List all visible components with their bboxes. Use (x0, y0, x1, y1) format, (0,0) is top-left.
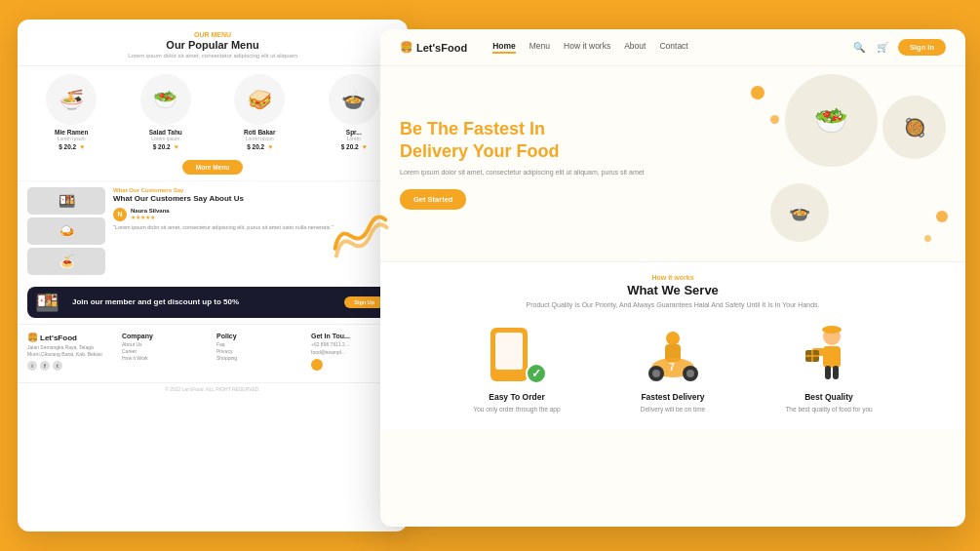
how-it-works-label: How it works (400, 274, 946, 281)
svg-rect-17 (833, 366, 839, 379)
signin-button[interactable]: Sign In (898, 39, 946, 56)
food-name-1: Salad Tahu (122, 129, 211, 136)
how-item-delivery: 7 Fastest Delivery Delivery will be on t… (605, 323, 741, 413)
how-items-list: ✓ Easy To Order You only order through t… (400, 323, 946, 413)
reviewer-info: Naura Silvana ★★★★★ (131, 208, 170, 220)
footer-company-title: Company (122, 333, 209, 339)
nav-link-about[interactable]: About (624, 41, 646, 54)
food-grid: 🍜 Mie Ramen Lorem ipsum $ 20.2 ♥ 🥗 Salad… (18, 66, 408, 158)
food-name-0: Mie Ramen (27, 129, 116, 136)
hero-title-highlight: Food (516, 141, 559, 161)
food-image-2: 🥪 (234, 74, 285, 125)
how-item-order: ✓ Easy To Order You only order through t… (449, 323, 585, 413)
logo-text: Let'sFood (416, 42, 467, 54)
hero-title-line2: Delivery Your (400, 141, 516, 161)
delivery-icon: 7 (642, 323, 705, 386)
testimonial-label: What Our Customers Say (113, 187, 398, 193)
member-signup-button[interactable]: Sign Up (344, 296, 384, 308)
footer-circle-deco (311, 359, 323, 371)
order-icon: ✓ (486, 323, 549, 386)
reviewer-avatar: N (113, 208, 127, 221)
svg-point-6 (686, 370, 694, 377)
cart-icon[interactable]: 🛒 (875, 40, 890, 56)
member-banner: 🍱 Join our member and get discount up to… (27, 287, 398, 318)
footer-link-about[interactable]: About Us (122, 341, 209, 347)
food-price-2: $ 20.2 (247, 143, 264, 150)
delivery-title: Fastest Delivery (605, 392, 741, 402)
hero-title: Be The Fastest In Delivery Your Food (400, 118, 946, 162)
footer-address: Jalan Semangka Raya, Telaga Murni,Cikara… (27, 344, 114, 358)
heart-icon-0[interactable]: ♥ (80, 143, 84, 150)
footer-link-how[interactable]: How it Work (122, 355, 209, 361)
heart-icon-2[interactable]: ♥ (268, 143, 272, 150)
quality-description: The best quality of food for you (761, 405, 897, 413)
social-facebook-icon[interactable]: f (40, 361, 50, 371)
how-item-quality: Best Quality The best quality of food fo… (761, 323, 897, 413)
social-twitter-icon[interactable]: t (53, 361, 62, 371)
food-price-1: $ 20.2 (153, 143, 171, 150)
food-image-1: 🥗 (140, 74, 191, 125)
quality-person-svg (798, 323, 861, 386)
get-started-button[interactable]: Get Started (400, 189, 466, 210)
left-card: Our menu Our Popular Menu Lorem ipsum do… (18, 20, 408, 531)
logo-emoji: 🍔 (400, 41, 413, 54)
food-price-row-0: $ 20.2 ♥ (27, 143, 116, 150)
social-instagram-icon[interactable]: i (27, 361, 37, 371)
deco-circle-1 (751, 86, 764, 99)
hero-text: Be The Fastest In Delivery Your Food Lor… (400, 118, 946, 210)
food-image-0: 🍜 (46, 74, 97, 125)
order-description: You only order through the app (449, 405, 585, 413)
search-icon[interactable]: 🔍 (851, 40, 867, 56)
testimonial-title: What Our Customers Say About Us (113, 194, 398, 204)
how-it-works-section: How it works What We Serve Product Quali… (380, 261, 965, 429)
right-card-nav: 🍔 Let'sFood Home Menu How it works About… (380, 29, 965, 66)
deco-circle-4 (924, 235, 931, 242)
nav-link-how[interactable]: How it works (564, 41, 610, 54)
quality-icon (798, 323, 861, 386)
left-card-title: Our Popular Menu (27, 39, 398, 51)
phone-icon (490, 328, 528, 381)
heart-icon-3[interactable]: ♥ (363, 143, 367, 150)
footer-col-company: Company About Us Career How it Work (122, 333, 209, 374)
check-circle-icon: ✓ (526, 363, 547, 384)
quality-title: Best Quality (761, 392, 897, 402)
heart-icon-1[interactable]: ♥ (175, 143, 178, 150)
deco-circle-3 (936, 211, 948, 222)
nav-link-contact[interactable]: Contact (659, 41, 687, 54)
food-subtitle-1: Lorem ipsum (122, 136, 211, 141)
left-card-subtitle: Lorem ipsum dolor sit amet, consectetur … (27, 52, 398, 59)
food-price-row-2: $ 20.2 ♥ (216, 143, 304, 150)
footer-logo-text: Let'sFood (40, 334, 77, 342)
svg-rect-10 (827, 327, 837, 332)
footer-policy-links: Faq Privacy Shopping (216, 341, 303, 361)
testimonial-image-1: 🍱 (27, 187, 105, 215)
footer-company-links: About Us Career How it Work (122, 341, 209, 361)
left-card-header: Our menu Our Popular Menu Lorem ipsum do… (18, 20, 408, 66)
food-item-0: 🍜 Mie Ramen Lorem ipsum $ 20.2 ♥ (27, 74, 116, 150)
svg-rect-16 (825, 366, 831, 379)
food-name-2: Roti Bakar (216, 129, 304, 136)
svg-point-0 (666, 332, 680, 345)
food-price-3: $ 20.2 (341, 143, 359, 150)
footer-link-shopping[interactable]: Shopping (216, 355, 303, 361)
more-menu-button[interactable]: More Menu (182, 160, 243, 175)
footer-link-career[interactable]: Career (122, 348, 209, 354)
nav-actions: 🔍 🛒 Sign In (851, 39, 946, 56)
nav-link-home[interactable]: Home (492, 41, 516, 54)
footer-logo: 🍔 Let'sFood (27, 333, 114, 342)
footer-link-faq[interactable]: Faq (216, 341, 303, 347)
our-menu-label: Our menu (27, 31, 398, 38)
member-banner-title: Join our member and get discount up to 5… (72, 297, 239, 307)
footer-link-privacy[interactable]: Privacy (216, 348, 303, 354)
svg-text:7: 7 (669, 362, 675, 373)
right-card-hero: Be The Fastest In Delivery Your Food Lor… (380, 66, 965, 261)
food-item-2: 🥪 Roti Bakar Lorem ipsum $ 20.2 ♥ (216, 74, 304, 150)
footer-policy-title: Policy (216, 333, 303, 339)
right-card-logo: 🍔 Let'sFood (400, 41, 467, 54)
nav-link-menu[interactable]: Menu (529, 41, 550, 54)
left-card-copyright: © 2022 Let'sFood. ALL RIGHT RESERVED. (18, 382, 408, 395)
hero-subtitle: Lorem ipsum dolor sit amet, consectetur … (400, 168, 946, 178)
svg-rect-11 (823, 346, 841, 368)
order-title: Easy To Order (449, 392, 585, 402)
nav-links: Home Menu How it works About Contact (492, 41, 842, 54)
